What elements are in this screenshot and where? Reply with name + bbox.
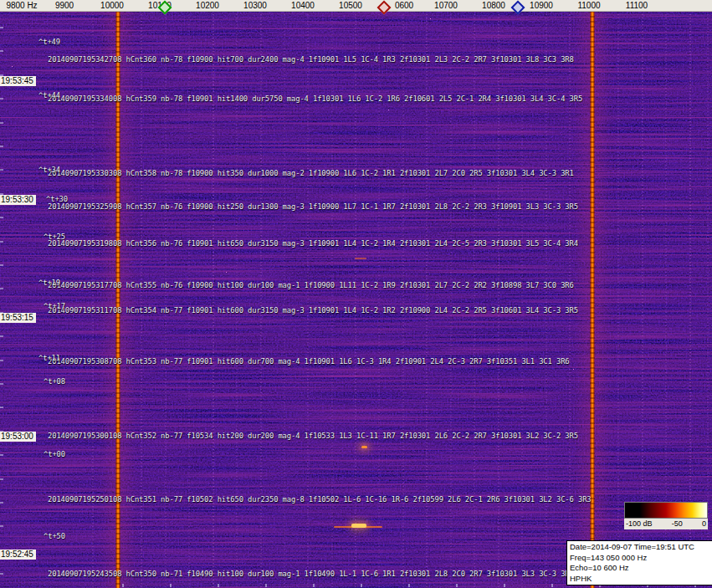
info-line-date: Date=2014-09-07 Time=19:51 UTC (570, 542, 712, 553)
detection-log-line: 20140907195334008 hCnt359 nb-78 f10901 h… (48, 95, 582, 103)
freq-tick-label: 11100 (626, 0, 648, 11)
info-line-freq: Freq=143 050 000 Hz (570, 553, 712, 564)
time-mark: ^t+25 (44, 233, 65, 241)
freq-tick-label: 10700 (434, 0, 458, 11)
legend-label-min: -100 dB (626, 519, 653, 529)
time-mark: ^t+50 (44, 532, 65, 540)
hphk-spectrogram-window: 20140907195342708 hCnt360 nb-78 f10900 h… (0, 0, 712, 588)
detection-log-line: 20140907195330308 hCnt358 nb-78 f10900 h… (48, 169, 574, 177)
detection-overlay: 20140907195342708 hCnt360 nb-78 f10900 h… (0, 0, 712, 588)
colorbar-gradient (624, 502, 708, 519)
time-mark: ^t+00 (44, 450, 65, 458)
info-line-echo: Echo=10 600 Hz (570, 563, 712, 574)
legend-label-mid: -50 (672, 519, 683, 529)
time-mark: ^t+17 (44, 302, 65, 310)
freq-tick-label: 10300 (243, 0, 267, 11)
detection-log-line: 20140907195325908 hCnt357 nb-76 f10900 h… (48, 202, 578, 211)
time-mark: ^t+44 (38, 91, 60, 100)
time-mark: ^t+19 (38, 279, 60, 287)
time-tick-label: 19:53:45 (0, 76, 36, 86)
time-mark: ^t+34 (38, 166, 60, 174)
frequency-axis: 9800 Hz990010000101001020010300104001050… (0, 0, 712, 12)
info-box: Date=2014-09-07 Time=19:51 UTC Freq=143 … (566, 540, 712, 585)
detection-log-line: 20140907195342708 hCnt360 nb-78 f10900 h… (48, 55, 574, 64)
detection-log-line: 20140907195317708 hCnt355 nb-76 f10900 h… (48, 281, 574, 289)
freq-tick-label: 10200 (196, 0, 219, 11)
detection-log-line: 20140907195319808 hCnt356 nb-76 f10901 h… (48, 239, 578, 248)
time-mark: ^t+49 (38, 38, 60, 46)
time-tick-label: 19:53:15 (0, 313, 36, 323)
detection-log-line: 20140907195308708 hCnt353 nb-77 f10901 h… (48, 357, 570, 366)
time-tick-label: 19:52:45 (0, 550, 36, 560)
time-mark: ^t+08 (44, 377, 65, 386)
legend-label-max: 0 (702, 519, 706, 529)
colorbar-legend: -100 dB -50 0 (624, 502, 708, 529)
freq-tick-label: 9800 Hz (6, 0, 37, 11)
freq-tick-label: 10400 (291, 0, 315, 11)
detection-log-line: 20140907195311708 hCnt354 nb-77 f10901 h… (48, 306, 578, 314)
freq-tick-label: 10000 (100, 0, 124, 11)
freq-tick-label: 10800 (482, 0, 505, 11)
detection-log-line: 20140907195250108 hCnt351 nb-77 f10502 h… (48, 495, 592, 504)
freq-tick-label: 9900 (55, 0, 74, 11)
colorbar-labels: -100 dB -50 0 (624, 519, 708, 529)
freq-tick-label: 10500 (339, 0, 362, 11)
detection-log-line: 20140907195243508 hCnt350 nb-71 f10490 h… (48, 570, 574, 578)
freq-tick-label: 10900 (530, 0, 553, 11)
freq-tick-label: 11000 (577, 0, 600, 11)
freq-tick-label: 0600 (395, 0, 413, 11)
time-mark: ^t+11 (38, 354, 60, 362)
time-tick-label: 19:53:30 (0, 195, 36, 205)
detection-log-line: 20140907195300108 hCnt352 nb-77 f10534 h… (48, 432, 578, 440)
info-line-appname: HPHK (570, 574, 712, 585)
time-mark: ^t+30 (46, 195, 68, 203)
time-tick-label: 19:53:00 (0, 432, 36, 442)
